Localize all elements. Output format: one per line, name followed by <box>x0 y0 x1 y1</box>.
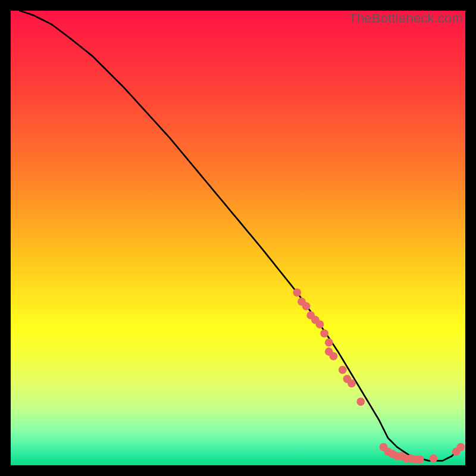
bottleneck-curve <box>20 11 461 461</box>
chart-svg <box>11 11 465 465</box>
marker-point <box>416 455 424 464</box>
plot-area: TheBottleneck.com <box>11 11 465 465</box>
marker-point <box>339 366 347 374</box>
marker-point <box>430 455 438 463</box>
marker-point <box>330 352 338 361</box>
marker-point <box>302 302 311 311</box>
chart-stage: TheBottleneck.com <box>0 0 476 476</box>
marker-point <box>320 330 328 338</box>
highlight-markers <box>293 289 465 464</box>
marker-point <box>347 380 356 388</box>
marker-point <box>316 320 324 328</box>
watermark-text: TheBottleneck.com <box>349 11 463 26</box>
marker-point <box>293 289 301 297</box>
marker-point <box>325 339 333 347</box>
marker-point <box>356 397 365 406</box>
marker-point <box>456 443 465 452</box>
